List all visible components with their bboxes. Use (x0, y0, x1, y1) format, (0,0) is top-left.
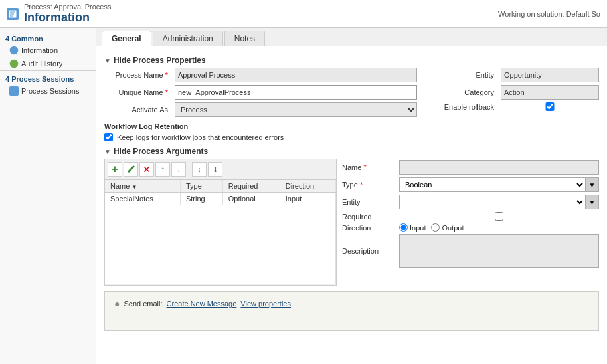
col-name[interactable]: Name ▼ (105, 180, 180, 193)
right-entity-btn[interactable]: ▼ (586, 195, 599, 209)
delete-icon: ✕ (143, 165, 151, 174)
audit-icon (9, 59, 19, 68)
session-icon (9, 86, 19, 96)
move-up-button[interactable]: ↑ (155, 162, 170, 177)
workflow-log-checkbox-row: Keep logs for workflow jobs that encount… (104, 133, 599, 141)
sort-asc-icon: ↕ (197, 165, 201, 173)
direction-input-option[interactable]: Input (399, 223, 426, 232)
right-type-label: Type (342, 181, 395, 189)
category-input (501, 85, 599, 100)
tab-notes[interactable]: Notes (224, 31, 265, 46)
cell-type: String (180, 193, 222, 205)
right-description-label: Description (342, 247, 395, 255)
add-argument-button[interactable]: + (108, 162, 122, 177)
right-type-btn[interactable]: ▼ (586, 177, 599, 192)
right-required-checkbox[interactable] (399, 212, 599, 221)
right-name-label: Name (342, 163, 395, 171)
top-bar-left: Process: Approval Process Information (7, 3, 111, 25)
workflow-step-1: ● Send email: Create New Message View pr… (114, 298, 589, 309)
step-text: Send email: (124, 300, 162, 308)
toolbar-separator (189, 163, 189, 175)
section-title-properties: Hide Process Properties (114, 56, 206, 65)
col-direction[interactable]: Direction (280, 180, 335, 193)
right-description-textarea[interactable] (399, 234, 599, 268)
enable-rollback-checkbox[interactable] (501, 102, 599, 111)
section-toggle-properties[interactable]: ▼ (104, 57, 111, 64)
step-link[interactable]: Create New Message (167, 300, 237, 308)
right-entity-wrapper: ▼ (399, 195, 599, 209)
category-row: Category (430, 85, 599, 100)
process-name-label: Process Name (104, 71, 171, 79)
sidebar-item-sessions-label: Process Sessions (21, 87, 79, 95)
unique-name-input[interactable] (175, 85, 417, 100)
step-view-properties[interactable]: View properties (240, 300, 291, 308)
args-table-area: + ✕ ↑ ↓ (104, 159, 337, 286)
tab-general[interactable]: General (102, 31, 151, 46)
top-bar: Process: Approval Process Information Wo… (0, 0, 607, 28)
args-table: Name ▼ Type Required Direction (105, 180, 336, 285)
sidebar-item-information-label: Information (21, 46, 58, 54)
down-icon: ↓ (177, 165, 181, 174)
right-required-label: Required (342, 213, 395, 221)
args-toolbar: + ✕ ↑ ↓ (104, 159, 337, 179)
edit-argument-button[interactable] (124, 162, 138, 177)
sidebar-section-common: 4 Common (0, 31, 96, 44)
activate-as-select[interactable]: Process (175, 102, 417, 117)
process-label: Process: Approval Process (24, 3, 111, 11)
direction-output-option[interactable]: Output (431, 223, 464, 232)
sort-name-indicator: ▼ (131, 184, 137, 190)
tab-bar: General Administration Notes (96, 28, 607, 46)
workflow-log-checkbox[interactable] (104, 133, 113, 141)
entity-label: Entity (430, 71, 497, 79)
right-name-input[interactable] (399, 160, 599, 175)
section-toggle-arguments[interactable]: ▼ (104, 148, 111, 155)
entity-input (501, 68, 599, 82)
right-entity-label: Entity (342, 198, 395, 206)
process-name-input[interactable] (175, 68, 417, 82)
up-icon: ↑ (161, 165, 165, 174)
sort-desc-icon: ↧ (213, 165, 218, 174)
sidebar: 4 Common Information Audit History 4 Pro… (0, 28, 96, 364)
col-required[interactable]: Required (222, 180, 280, 193)
sidebar-item-audit-history[interactable]: Audit History (0, 57, 96, 70)
info-icon (9, 46, 19, 55)
right-type-select[interactable]: Boolean (399, 177, 586, 192)
properties-left: Process Name Unique Name Activate As (104, 68, 417, 120)
plus-icon: + (112, 164, 118, 175)
section-header-properties: ▼ Hide Process Properties (104, 56, 599, 65)
workflow-log-label: Workflow Log Retention (104, 122, 599, 130)
main-layout: 4 Common Information Audit History 4 Pro… (0, 28, 607, 364)
right-entity-select[interactable] (399, 195, 586, 209)
col-type[interactable]: Type (180, 180, 222, 193)
enable-rollback-label: Enable rollback (430, 103, 497, 111)
enable-rollback-row: Enable rollback (430, 102, 599, 111)
step-bullet: ● (114, 298, 120, 309)
edit-icon (126, 165, 135, 174)
sort-desc-button[interactable]: ↧ (208, 162, 222, 177)
sidebar-item-information[interactable]: Information (0, 44, 96, 57)
activate-as-wrapper: Process (175, 102, 417, 117)
sidebar-item-process-sessions[interactable]: Process Sessions (0, 84, 96, 98)
delete-argument-button[interactable]: ✕ (139, 162, 154, 177)
section-body-properties: Process Name Unique Name Activate As (104, 68, 599, 141)
tab-administration[interactable]: Administration (153, 31, 223, 46)
workflow-log-section: Workflow Log Retention Keep logs for wor… (104, 122, 599, 141)
right-type-wrapper: Boolean ▼ (399, 177, 599, 192)
direction-output-radio[interactable] (431, 223, 440, 232)
right-direction-label: Direction (342, 224, 395, 232)
sidebar-item-audit-label: Audit History (21, 60, 62, 68)
entity-row: Entity (430, 68, 599, 82)
process-icon (7, 8, 19, 20)
sort-asc-button[interactable]: ↕ (192, 162, 207, 177)
section-header-arguments: ▼ Hide Process Arguments (104, 147, 599, 156)
cell-direction: Input (280, 193, 335, 205)
unique-name-label: Unique Name (104, 88, 171, 96)
direction-input-radio[interactable] (399, 223, 408, 232)
args-table-wrapper: Name ▼ Type Required Direction (104, 179, 337, 286)
unique-name-row: Unique Name (104, 85, 417, 100)
category-label: Category (430, 88, 497, 96)
table-row[interactable]: SpecialNotes String Optional Input (105, 193, 336, 205)
args-section: + ✕ ↑ ↓ (104, 159, 599, 286)
move-down-button[interactable]: ↓ (171, 162, 186, 177)
workflow-log-checkbox-label: Keep logs for workflow jobs that encount… (117, 134, 284, 141)
